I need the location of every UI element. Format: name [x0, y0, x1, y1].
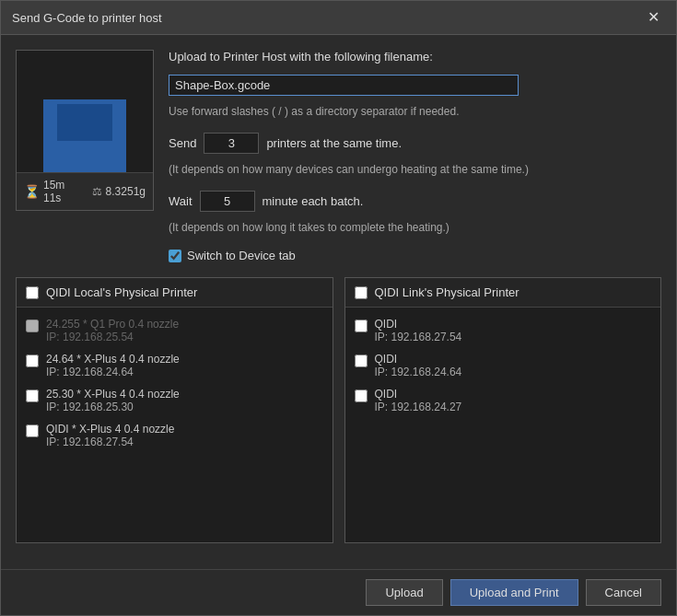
printer-item-text: 25.30 * X-Plus 4 0.4 nozzle IP: 192.168.… [46, 388, 180, 413]
cancel-button[interactable]: Cancel [586, 579, 661, 606]
printer-name: QIDI [375, 353, 462, 366]
printer-ip: IP: 192.168.25.30 [46, 401, 180, 413]
printer-checkbox[interactable] [26, 389, 39, 402]
dialog-title: Send G-Code to printer host [12, 11, 162, 25]
form-section: Upload to Printer Host with the followin… [169, 50, 661, 262]
dialog-window: Send G-Code to printer host ✕ ⏳ 15m 11s [0, 0, 677, 616]
link-printer-list: QIDI IP: 192.168.27.54 QIDI IP: 192.168.… [345, 308, 661, 542]
upload-print-button[interactable]: Upload and Print [450, 579, 578, 606]
hint-text: Use forward slashes ( / ) as a directory… [169, 105, 661, 118]
shape-inner [57, 104, 112, 141]
printer-item-text: QIDI IP: 192.168.27.54 [375, 318, 462, 343]
filename-row [169, 75, 661, 96]
printer-checkbox[interactable] [26, 320, 39, 332]
printer-item-text: QIDI * X-Plus 4 0.4 nozzle IP: 192.168.2… [46, 423, 174, 448]
printer-name: 24.64 * X-Plus 4 0.4 nozzle [46, 353, 180, 366]
link-group-title: QIDI Link's Physical Printer [375, 285, 519, 299]
list-item: QIDI * X-Plus 4 0.4 nozzle IP: 192.168.2… [17, 418, 333, 453]
local-group-header: QIDI Local's Physical Printer [17, 278, 333, 308]
link-printer-group: QIDI Link's Physical Printer QIDI IP: 19… [344, 277, 662, 543]
list-item: 24.64 * X-Plus 4 0.4 nozzle IP: 192.168.… [17, 348, 333, 383]
local-group-checkbox[interactable] [26, 286, 39, 299]
time-label: 15m 11s [43, 179, 81, 204]
preview-stats: ⏳ 15m 11s ⚖ 8.3251g [17, 172, 153, 210]
local-printer-list: 24.255 * Q1 Pro 0.4 nozzle IP: 192.168.2… [17, 308, 333, 542]
printer-checkbox[interactable] [355, 354, 368, 367]
wait-count-input[interactable] [200, 191, 255, 212]
wait-row: Wait minute each batch. [169, 191, 661, 212]
printers-label: printers at the same time. [266, 136, 402, 150]
link-group-checkbox[interactable] [355, 286, 368, 299]
weight-label: 8.3251g [106, 185, 146, 198]
switch-tab-checkbox[interactable] [169, 250, 181, 262]
dialog-footer: Upload Upload and Print Cancel [1, 569, 676, 615]
local-printer-group: QIDI Local's Physical Printer 24.255 * Q… [16, 277, 333, 543]
weight-stat: ⚖ 8.3251g [92, 179, 146, 204]
printer-checkbox[interactable] [26, 424, 39, 437]
printer-checkbox[interactable] [355, 389, 368, 402]
list-item: QIDI IP: 192.168.24.27 [345, 383, 661, 418]
printer-ip: IP: 192.168.24.27 [375, 401, 462, 413]
link-group-header: QIDI Link's Physical Printer [345, 278, 661, 308]
wait-label: Wait [169, 194, 193, 208]
printer-checkbox[interactable] [355, 320, 368, 332]
close-button[interactable]: ✕ [642, 8, 665, 27]
printer-ip: IP: 192.168.27.54 [375, 331, 462, 343]
list-item: QIDI IP: 192.168.27.54 [345, 313, 661, 348]
printer-ip: IP: 192.168.25.54 [46, 331, 179, 343]
printer-checkbox[interactable] [26, 354, 39, 367]
printer-name: QIDI [375, 318, 462, 331]
printer-name: 24.255 * Q1 Pro 0.4 nozzle [46, 318, 179, 331]
list-item: 25.30 * X-Plus 4 0.4 nozzle IP: 192.168.… [17, 383, 333, 418]
title-bar: Send G-Code to printer host ✕ [1, 1, 676, 35]
minute-label: minute each batch. [263, 194, 364, 208]
switch-tab-row: Switch to Device tab [169, 249, 661, 262]
shape-outer [43, 99, 126, 182]
list-item: 24.255 * Q1 Pro 0.4 nozzle IP: 192.168.2… [17, 313, 333, 348]
printer-ip: IP: 192.168.27.54 [46, 436, 174, 448]
shape-preview [43, 99, 126, 182]
wait-note: (It depends on how long it takes to comp… [169, 221, 661, 234]
printer-name: QIDI [375, 388, 462, 401]
hourglass-icon: ⏳ [24, 184, 40, 199]
printer-item-text: 24.255 * Q1 Pro 0.4 nozzle IP: 192.168.2… [46, 318, 179, 343]
printer-ip: IP: 192.168.24.64 [375, 366, 462, 378]
upload-label: Upload to Printer Host with the followin… [169, 50, 661, 64]
send-count-input[interactable] [204, 133, 259, 154]
time-stat: ⏳ 15m 11s [24, 179, 81, 204]
local-group-title: QIDI Local's Physical Printer [46, 285, 197, 299]
send-note: (It depends on how many devices can unde… [169, 163, 661, 176]
printer-item-text: QIDI IP: 192.168.24.64 [375, 353, 462, 378]
list-item: QIDI IP: 192.168.24.64 [345, 348, 661, 383]
top-section: ⏳ 15m 11s ⚖ 8.3251g Upload to Printer Ho… [16, 50, 661, 262]
upload-button[interactable]: Upload [366, 579, 442, 606]
dialog-content: ⏳ 15m 11s ⚖ 8.3251g Upload to Printer Ho… [1, 35, 676, 569]
printer-item-text: 24.64 * X-Plus 4 0.4 nozzle IP: 192.168.… [46, 353, 180, 378]
switch-tab-label[interactable]: Switch to Device tab [187, 249, 296, 262]
printer-name: 25.30 * X-Plus 4 0.4 nozzle [46, 388, 180, 401]
printer-name: QIDI * X-Plus 4 0.4 nozzle [46, 423, 174, 436]
printers-section: QIDI Local's Physical Printer 24.255 * Q… [16, 277, 661, 543]
filename-input[interactable] [169, 75, 519, 96]
printer-item-text: QIDI IP: 192.168.24.27 [375, 388, 462, 413]
weight-icon: ⚖ [92, 185, 102, 198]
preview-box: ⏳ 15m 11s ⚖ 8.3251g [16, 50, 154, 211]
send-label: Send [169, 136, 196, 150]
send-row: Send printers at the same time. [169, 133, 661, 154]
printer-ip: IP: 192.168.24.64 [46, 366, 180, 378]
